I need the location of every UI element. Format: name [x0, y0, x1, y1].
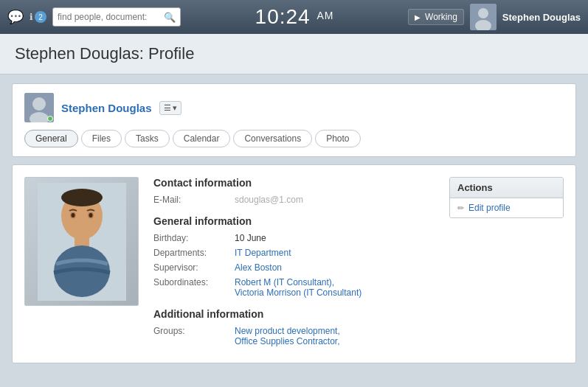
- general-section-title: General information: [153, 215, 435, 227]
- profile-tabs: General Files Tasks Calendar Conversatio…: [24, 130, 564, 147]
- profile-avatar-small: [24, 93, 54, 122]
- svg-point-12: [71, 213, 75, 217]
- supervisor-row: Supervisor: Alex Boston: [153, 262, 435, 273]
- tab-tasks[interactable]: Tasks: [125, 130, 170, 147]
- groups-label: Groups:: [153, 326, 235, 346]
- profile-name[interactable]: Stephen Douglas: [61, 102, 152, 114]
- menu-icon: ☰: [164, 103, 171, 113]
- actions-box: Actions ✏ Edit profile: [449, 177, 564, 218]
- tab-general[interactable]: General: [24, 130, 78, 147]
- profile-photo-image: [38, 183, 126, 301]
- profile-header: Stephen Douglas ☰ ▾: [24, 93, 564, 122]
- chat-icon[interactable]: 💬: [7, 9, 24, 25]
- departments-row: Departments: IT Department: [153, 248, 435, 258]
- profile-card-header: Stephen Douglas ☰ ▾ General Files Tasks …: [12, 83, 576, 157]
- online-indicator: [47, 116, 53, 122]
- subordinates-value: Robert M (IT Consultant), Victoria Morri…: [235, 277, 362, 298]
- groups-row: Groups: New product development, Office …: [153, 326, 435, 346]
- user-avatar-image: [470, 4, 497, 30]
- birthday-value: 10 June: [235, 233, 266, 243]
- tab-photo[interactable]: Photo: [315, 130, 360, 147]
- contact-section-title: Contact information: [153, 177, 435, 189]
- page-title: Stephen Douglas: Profile: [15, 44, 573, 63]
- supervisor-label: Supervisor:: [153, 262, 235, 273]
- clock-display: 10:24 AM: [187, 5, 402, 29]
- svg-point-1: [478, 8, 488, 18]
- supervisor-value[interactable]: Alex Boston: [235, 262, 282, 273]
- edit-profile-label: Edit profile: [468, 203, 511, 213]
- edit-profile-button[interactable]: ✏ Edit profile: [450, 198, 563, 217]
- notification-count: 2: [35, 11, 46, 23]
- svg-point-4: [32, 97, 46, 111]
- birthday-label: Birthday:: [153, 233, 235, 243]
- tab-calendar[interactable]: Calendar: [173, 130, 231, 147]
- topbar: 💬 ℹ 2 🔍 10:24 AM ▶ Working Stephen Dougl…: [0, 0, 588, 34]
- departments-value[interactable]: IT Department: [235, 248, 291, 258]
- svg-point-13: [89, 213, 92, 217]
- clock-period: AM: [317, 10, 333, 21]
- svg-rect-8: [75, 236, 89, 247]
- main-content: Stephen Douglas ☰ ▾ General Files Tasks …: [0, 74, 588, 372]
- status-label: Working: [425, 12, 457, 22]
- pencil-icon: ✏: [457, 203, 464, 213]
- email-value: sdouglas@1.com: [235, 195, 303, 205]
- info-icon: ℹ: [30, 12, 33, 22]
- user-avatar: [470, 4, 497, 30]
- subordinates-row: Subordinates: Robert M (IT Consultant), …: [153, 277, 435, 298]
- subordinates-label: Subordinates:: [153, 277, 235, 298]
- clock-time: 10:24: [255, 5, 311, 28]
- additional-section-title: Additional information: [153, 308, 435, 320]
- actions-panel: Actions ✏ Edit profile: [449, 177, 564, 351]
- svg-point-14: [61, 189, 103, 206]
- profile-photo: [24, 177, 139, 306]
- groups-value: New product development, Office Supplies…: [235, 326, 340, 346]
- page-title-bar: Stephen Douglas: Profile: [0, 34, 588, 74]
- search-box[interactable]: 🔍: [52, 7, 181, 27]
- user-name[interactable]: Stephen Douglas: [502, 12, 581, 23]
- email-label: E-Mail:: [153, 195, 235, 205]
- tab-files[interactable]: Files: [81, 130, 122, 147]
- notifications[interactable]: ℹ 2: [30, 11, 46, 23]
- group-1[interactable]: New product development,: [235, 326, 340, 336]
- actions-header: Actions: [450, 178, 563, 198]
- subordinate-2[interactable]: Victoria Morrison (IT Consultant): [235, 287, 362, 298]
- search-icon: 🔍: [164, 12, 176, 23]
- profile-menu-button[interactable]: ☰ ▾: [159, 101, 181, 115]
- status-widget[interactable]: ▶ Working: [408, 9, 464, 25]
- profile-body: Contact information E-Mail: sdouglas@1.c…: [12, 164, 576, 363]
- status-icon: ▶: [415, 13, 421, 21]
- group-2[interactable]: Office Supplies Contractor,: [235, 336, 340, 346]
- tab-conversations[interactable]: Conversations: [233, 130, 312, 147]
- birthday-row: Birthday: 10 June: [153, 233, 435, 243]
- profile-info: Contact information E-Mail: sdouglas@1.c…: [153, 177, 435, 351]
- subordinate-1[interactable]: Robert M (IT Consultant),: [235, 277, 334, 287]
- dropdown-arrow: ▾: [173, 103, 177, 113]
- search-input[interactable]: [58, 12, 161, 22]
- email-row: E-Mail: sdouglas@1.com: [153, 195, 435, 205]
- departments-label: Departments:: [153, 248, 235, 258]
